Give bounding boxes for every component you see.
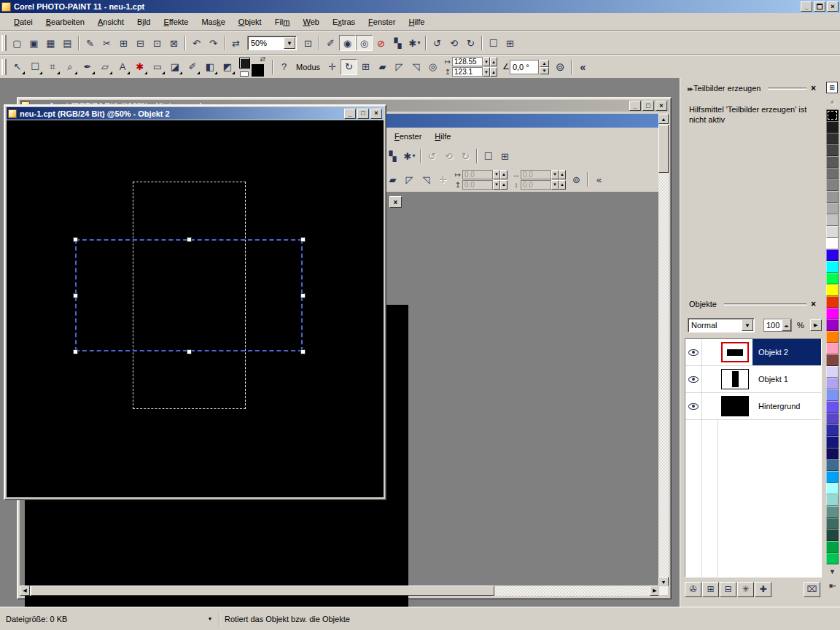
color-swatch[interactable]	[826, 284, 839, 296]
color-swatch[interactable]	[826, 343, 839, 354]
transparency-grid-icon[interactable]: ▚	[384, 148, 401, 164]
gradient-color-swatch[interactable]	[240, 71, 249, 77]
paper-color-swatch[interactable]	[252, 64, 264, 77]
save-icon[interactable]: ▦	[42, 35, 59, 51]
color-swatch[interactable]	[826, 378, 839, 389]
position-mode-button[interactable]: ✛	[435, 171, 451, 187]
delete-object-button[interactable]: ⌧	[804, 582, 820, 597]
swap-colors-icon[interactable]: ⇄	[260, 55, 265, 63]
scan-acquire-icon[interactable]: ✎	[82, 35, 98, 51]
value-field[interactable]: 0.0	[462, 180, 493, 190]
toolbar-grip[interactable]	[1, 59, 7, 75]
maximize-button[interactable]: □	[357, 109, 369, 119]
rotate-left-icon[interactable]: ↺	[424, 148, 440, 164]
angle-field[interactable]: 0,0 °	[510, 60, 539, 74]
visibility-toggle[interactable]	[685, 403, 701, 410]
text-tool-icon[interactable]: A	[114, 58, 131, 76]
new-object-button[interactable]: ✚	[755, 582, 771, 597]
menu-item-web[interactable]: Web	[296, 15, 325, 28]
new-document-icon[interactable]: ▢	[9, 35, 26, 51]
zoom-level-dropdown[interactable]: 50%▼	[247, 36, 297, 50]
paint-paper-color-control[interactable]: ⇄	[239, 58, 264, 77]
close-button[interactable]: ×	[656, 101, 667, 111]
lock-transparency-button[interactable]: ✇	[685, 582, 701, 597]
menu-item-ansicht[interactable]: Ansicht	[91, 15, 131, 28]
close-icon[interactable]: ×	[809, 299, 817, 309]
color-swatch[interactable]	[826, 459, 839, 471]
docker-expand-icon[interactable]: ▸▸	[688, 85, 692, 93]
undo-icon[interactable]: ↶	[188, 35, 205, 51]
object-thumbnail[interactable]	[721, 369, 749, 389]
color-swatch[interactable]	[826, 273, 839, 284]
color-swatch[interactable]	[826, 308, 839, 319]
color-swatch[interactable]	[826, 448, 839, 459]
value-field[interactable]: 0.0	[462, 170, 493, 179]
paste-as-object-icon[interactable]: ⊡	[149, 35, 166, 51]
menu-item-film[interactable]: Film	[268, 15, 297, 28]
distort-mode-button[interactable]: ◸	[401, 171, 418, 187]
object-thumbnail[interactable]	[721, 342, 749, 362]
value-field[interactable]: 0.0	[521, 180, 551, 190]
paint-tool-icon[interactable]: ✱	[131, 58, 149, 76]
scale-mode-button[interactable]: ⊞	[357, 59, 374, 75]
color-swatch[interactable]	[826, 168, 839, 179]
perspective-mode-button[interactable]: ◹	[408, 59, 424, 75]
minimize-button[interactable]: _	[629, 101, 641, 111]
marquee-style-icon[interactable]: ☐	[480, 148, 497, 164]
close-button[interactable]: ×	[827, 1, 839, 12]
minimize-button[interactable]: _	[801, 1, 812, 12]
restore-button[interactable]	[814, 1, 825, 12]
maximize-button[interactable]: □	[642, 101, 654, 111]
object-list-item[interactable]: Hintergrund	[685, 393, 821, 420]
object-list-item[interactable]: Objekt 2	[685, 339, 821, 366]
color-swatch[interactable]	[826, 494, 839, 506]
docker-flyout-button[interactable]: ▶	[810, 319, 822, 331]
rotate-right-icon[interactable]: ↻	[462, 35, 479, 51]
collapse-propbar-button[interactable]: «	[575, 59, 591, 75]
color-swatch[interactable]	[826, 553, 839, 564]
apply-transform-button[interactable]: ⊚	[568, 171, 585, 187]
object-list-item[interactable]: Objekt 1	[685, 366, 821, 393]
clip-mask-disabled-icon[interactable]: ⊘	[373, 35, 389, 51]
angle-up-icon[interactable]: ▲	[540, 60, 549, 67]
options-icon[interactable]: ⊠	[166, 35, 182, 51]
distort-mode-button[interactable]: ◸	[391, 59, 408, 75]
chevron-down-icon[interactable]: ▼	[742, 319, 753, 331]
color-swatch[interactable]	[826, 121, 839, 133]
selection-handle[interactable]	[187, 237, 192, 242]
color-swatch[interactable]	[826, 436, 839, 448]
rotation-center-button[interactable]: ◎	[424, 59, 441, 75]
collapse-propbar-button[interactable]: «	[591, 171, 607, 187]
document-titlebar[interactable]: neu-1.cpt (RGB/24 Bit) @50% - Objekt 2 _…	[7, 107, 384, 120]
group-objects-button[interactable]: ⊞	[702, 582, 719, 597]
menu-item-bild[interactable]: Bild	[131, 15, 157, 28]
rotate-180-icon[interactable]: ⟲	[446, 35, 462, 51]
special-effects-icon[interactable]: ✱▾	[406, 35, 423, 51]
status-dropdown-icon[interactable]: ▼	[204, 614, 216, 624]
menu-item-extras[interactable]: Extras	[326, 15, 362, 28]
visibility-toggle[interactable]	[685, 349, 701, 356]
document-window[interactable]: neu-1.cpt (RGB/24 Bit) @50% - Objekt 2 _…	[4, 104, 386, 500]
chevron-down-icon[interactable]: ▼	[284, 37, 295, 49]
show-object-marquee-icon[interactable]: ◎	[356, 35, 373, 51]
color-swatch[interactable]	[826, 401, 839, 413]
selection-handle[interactable]	[300, 349, 306, 354]
color-swatch[interactable]	[826, 179, 839, 191]
object-transparency-tool-icon[interactable]: ◧	[201, 58, 219, 76]
rectangle-mask-tool-icon[interactable]: ☐	[26, 58, 44, 76]
object-name[interactable]: Objekt 1	[752, 366, 821, 392]
color-swatch[interactable]	[826, 109, 839, 121]
selection-handle[interactable]	[300, 237, 306, 242]
color-swatch[interactable]	[826, 296, 839, 308]
apply-transform-button[interactable]: ⊚	[552, 59, 569, 75]
vertical-scrollbar[interactable]: ▲ ▼	[658, 114, 669, 587]
spin-down-icon[interactable]: ▼	[483, 57, 490, 66]
visibility-toggle[interactable]	[685, 376, 701, 383]
close-icon[interactable]: ×	[389, 196, 402, 208]
interactive-dropshadow-tool-icon[interactable]: ◩	[219, 58, 236, 76]
spin-icon[interactable]: ◂▸	[782, 319, 791, 331]
palette-expand-icon[interactable]: ⇤	[826, 581, 839, 591]
menu-item-datei[interactable]: Datei	[7, 15, 39, 28]
marquee-threshold-icon[interactable]: ⊞	[497, 148, 513, 164]
color-swatch[interactable]	[826, 214, 839, 226]
